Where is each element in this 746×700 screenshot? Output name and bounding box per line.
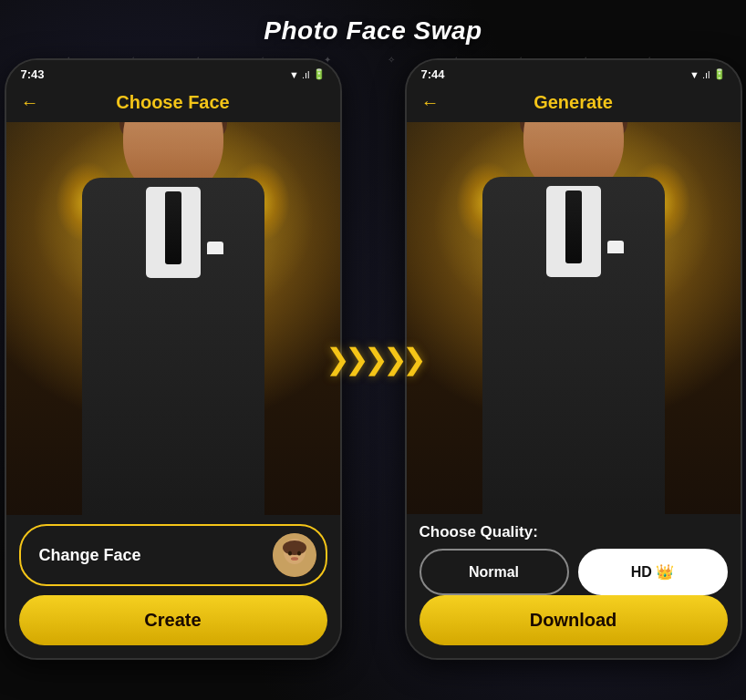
wifi-icon: .ıl <box>702 69 710 80</box>
right-pocket-square <box>607 241 624 253</box>
left-phone-header: ← Choose Face <box>6 85 340 122</box>
left-phone: 7:43 ▼ .ıl 🔋 ← Choose Face <box>5 58 342 660</box>
left-status-time: 7:43 <box>21 67 45 81</box>
right-status-icons: ▼ .ıl 🔋 <box>689 68 725 80</box>
right-phone-bottom: Choose Quality: Normal HD 👑 Download <box>407 514 741 658</box>
face-thumbnail-svg <box>273 533 316 577</box>
left-back-button[interactable]: ← <box>21 92 39 113</box>
battery-icon: 🔋 <box>313 68 326 80</box>
left-person-background <box>6 122 340 515</box>
svg-point-4 <box>297 551 301 556</box>
right-header-title: Generate <box>534 92 613 113</box>
left-status-icons: ▼ .ıl 🔋 <box>289 68 325 80</box>
hd-quality-button[interactable]: HD 👑 <box>578 549 728 595</box>
quality-section: Choose Quality: Normal HD 👑 <box>407 514 741 595</box>
create-button[interactable]: Create <box>19 595 327 645</box>
phones-container: 7:43 ▼ .ıl 🔋 ← Choose Face <box>5 58 742 660</box>
right-person-tie <box>565 190 582 263</box>
person-figure-right <box>455 122 692 514</box>
left-status-bar: 7:43 ▼ .ıl 🔋 <box>6 60 340 85</box>
quality-buttons-row: Normal HD 👑 <box>420 549 728 595</box>
left-header-title: Choose Face <box>116 92 229 113</box>
pocket-square <box>207 242 223 254</box>
right-back-button[interactable]: ← <box>421 92 440 113</box>
signal-icon: ▼ <box>289 69 299 80</box>
face-thumbnail <box>273 533 316 577</box>
left-phone-bottom: Change Face Create <box>6 515 340 658</box>
left-phone-image <box>6 122 340 515</box>
person-tie <box>165 191 181 264</box>
quality-label: Choose Quality: <box>420 523 728 541</box>
right-status-bar: 7:44 ▼ .ıl 🔋 <box>407 60 741 85</box>
svg-point-2 <box>283 540 306 555</box>
right-phone-image <box>407 122 741 514</box>
battery-icon: 🔋 <box>713 68 726 80</box>
page-title: Photo Face Swap <box>264 16 482 46</box>
download-button[interactable]: Download <box>420 595 728 645</box>
normal-quality-button[interactable]: Normal <box>420 549 569 595</box>
arrow-between: ❯❯❯❯❯ <box>326 342 421 376</box>
wifi-icon: .ıl <box>302 69 310 80</box>
svg-point-3 <box>288 551 292 556</box>
forward-arrows-icon: ❯❯❯❯❯ <box>326 342 421 376</box>
right-phone: 7:44 ▼ .ıl 🔋 ← Generate <box>405 58 742 660</box>
right-person-background <box>407 122 741 514</box>
change-face-label: Change Face <box>39 546 141 565</box>
signal-icon: ▼ <box>689 69 699 80</box>
right-status-time: 7:44 <box>421 67 445 81</box>
right-phone-header: ← Generate <box>407 85 741 122</box>
change-face-button[interactable]: Change Face <box>19 524 327 586</box>
person-figure-left <box>55 122 292 515</box>
